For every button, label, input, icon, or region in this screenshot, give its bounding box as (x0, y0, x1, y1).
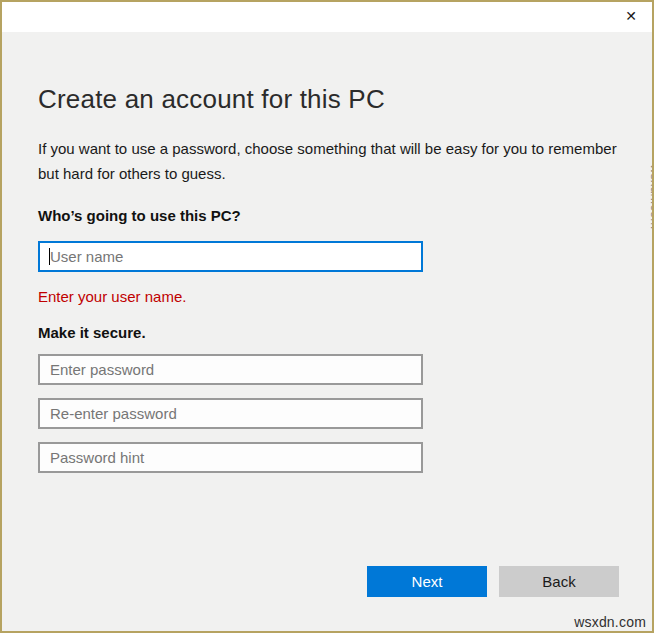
back-button[interactable]: Back (499, 566, 619, 597)
username-section-label: Who’s going to use this PC? (38, 207, 241, 224)
next-button[interactable]: Next (367, 566, 487, 597)
reenter-password-input[interactable] (38, 398, 423, 429)
password-hint-field-wrap (38, 442, 423, 473)
description-line-2: but hard for others to guess. (38, 165, 226, 182)
username-error-text: Enter your user name. (38, 288, 186, 305)
watermark-bottom: wsxdn.com (574, 614, 646, 630)
secure-section-label: Make it secure. (38, 324, 146, 341)
create-account-dialog: ✕ Create an account for this PC If you w… (0, 0, 654, 633)
password-hint-input[interactable] (38, 442, 423, 473)
username-field-wrap (38, 241, 423, 272)
titlebar: ✕ (2, 2, 652, 32)
username-input[interactable] (38, 241, 423, 272)
watermark-side: wsxdn.com (648, 164, 654, 229)
close-icon[interactable]: ✕ (625, 9, 637, 23)
reenter-password-field-wrap (38, 398, 423, 429)
text-caret (49, 248, 50, 265)
page-title: Create an account for this PC (38, 84, 385, 115)
page-description: If you want to use a password, choose so… (38, 136, 617, 186)
password-input[interactable] (38, 354, 423, 385)
description-line-1: If you want to use a password, choose so… (38, 140, 617, 157)
password-field-wrap (38, 354, 423, 385)
